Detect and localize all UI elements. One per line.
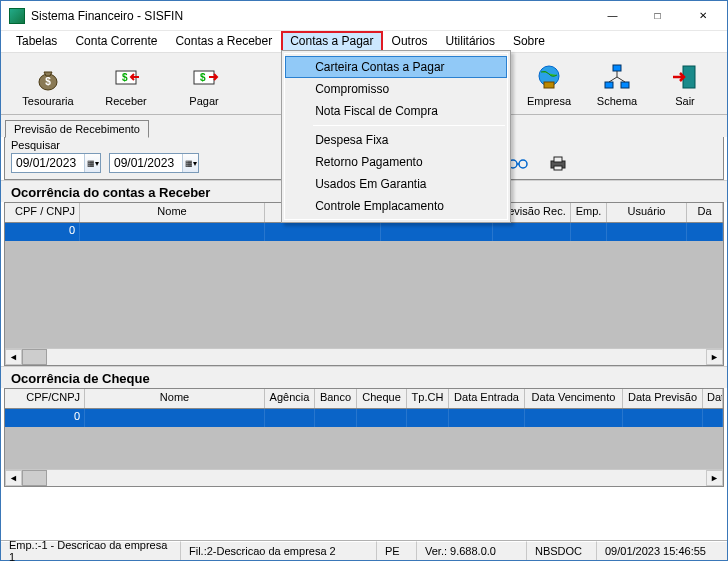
globe-icon bbox=[533, 61, 565, 93]
toolbar-schema[interactable]: Schema bbox=[583, 55, 651, 113]
menu-bar: Tabelas Conta Corrente Contas a Receber … bbox=[1, 31, 727, 53]
title-bar: Sistema Financeiro - SISFIN — □ ✕ bbox=[1, 1, 727, 31]
menu-conta-corrente[interactable]: Conta Corrente bbox=[66, 31, 166, 52]
svg-rect-17 bbox=[554, 166, 562, 170]
status-ver: Ver.: 9.688.0.0 bbox=[417, 541, 527, 560]
scroll-right-icon[interactable]: ► bbox=[706, 470, 723, 486]
printer-icon bbox=[549, 155, 567, 171]
date-from-field[interactable]: ▦▾ bbox=[11, 153, 101, 173]
dd-compromisso[interactable]: Compromisso bbox=[285, 78, 507, 100]
grid2-hscrollbar[interactable]: ◄ ► bbox=[5, 469, 723, 486]
pay-icon: $ bbox=[188, 61, 220, 93]
toolbar-pagar[interactable]: $ Pagar bbox=[165, 55, 243, 113]
toolbar-empresa-label: Empresa bbox=[527, 95, 571, 107]
calendar-icon: ▦▾ bbox=[185, 159, 197, 168]
svg-text:$: $ bbox=[45, 76, 51, 87]
svg-rect-16 bbox=[554, 157, 562, 162]
svg-rect-10 bbox=[621, 82, 629, 88]
toolbar-sair-label: Sair bbox=[675, 95, 695, 107]
grid-receber[interactable]: CPF / CNPJ Nome Fatura Vencimento Previs… bbox=[4, 202, 724, 366]
grid1-body[interactable]: 0 bbox=[5, 223, 723, 348]
calendar-icon: ▦▾ bbox=[87, 159, 99, 168]
grid1-col-nome[interactable]: Nome bbox=[80, 203, 265, 222]
toolbar-sair[interactable]: Sair bbox=[651, 55, 719, 113]
scroll-left-icon[interactable]: ◄ bbox=[5, 349, 22, 365]
grid2-col-data-ocorre[interactable]: Data Ocorrê bbox=[703, 389, 723, 408]
grid2-header: CPF/CNPJ Nome Agência Banco Cheque Tp.CH… bbox=[5, 389, 723, 409]
grid2-body[interactable]: 0 bbox=[5, 409, 723, 469]
date-from-picker-button[interactable]: ▦▾ bbox=[84, 154, 100, 172]
toolbar-pagar-label: Pagar bbox=[189, 95, 218, 107]
grid2-col-nome[interactable]: Nome bbox=[85, 389, 265, 408]
svg-text:$: $ bbox=[200, 72, 206, 83]
grid2-selected-row[interactable]: 0 bbox=[5, 409, 723, 427]
status-emp: Emp.:-1 - Descricao da empresa 1 bbox=[1, 541, 181, 560]
menu-outros[interactable]: Outros bbox=[383, 31, 437, 52]
toolbar-tesouraria[interactable]: $ Tesouraria bbox=[9, 55, 87, 113]
scroll-track[interactable] bbox=[47, 470, 706, 486]
date-to-input[interactable] bbox=[110, 156, 182, 170]
menu-contas-a-receber[interactable]: Contas a Receber bbox=[166, 31, 281, 52]
menu-utilitarios[interactable]: Utilitários bbox=[437, 31, 504, 52]
dd-despesa-fixa[interactable]: Despesa Fixa bbox=[285, 129, 507, 151]
dd-retorno-pagamento[interactable]: Retorno Pagamento bbox=[285, 151, 507, 173]
toolbar-receber-label: Receber bbox=[105, 95, 147, 107]
grid2-col-cheque[interactable]: Cheque bbox=[357, 389, 407, 408]
date-to-field[interactable]: ▦▾ bbox=[109, 153, 199, 173]
grid1-selected-row[interactable]: 0 bbox=[5, 223, 723, 241]
date-to-picker-button[interactable]: ▦▾ bbox=[182, 154, 198, 172]
exit-icon bbox=[669, 61, 701, 93]
grid1-col-emp[interactable]: Emp. bbox=[571, 203, 607, 222]
menu-tabelas[interactable]: Tabelas bbox=[7, 31, 66, 52]
dd-carteira-contas-a-pagar[interactable]: Carteira Contas a Pagar bbox=[285, 56, 507, 78]
grid1-hscrollbar[interactable]: ◄ ► bbox=[5, 348, 723, 365]
toolbar-empresa[interactable]: Empresa bbox=[515, 55, 583, 113]
grid2-col-agencia[interactable]: Agência bbox=[265, 389, 315, 408]
grid2-title: Ocorrência de Cheque bbox=[1, 366, 727, 388]
dropdown-contas-a-pagar: Carteira Contas a Pagar Compromisso Nota… bbox=[281, 50, 511, 223]
receive-icon: $ bbox=[110, 61, 142, 93]
scroll-thumb[interactable] bbox=[22, 470, 47, 486]
grid2-col-data-previsao[interactable]: Data Previsão bbox=[623, 389, 703, 408]
app-icon bbox=[9, 8, 25, 24]
grid2-col-tpch[interactable]: Tp.CH bbox=[407, 389, 449, 408]
minimize-button[interactable]: — bbox=[590, 1, 635, 30]
grid2-col-banco[interactable]: Banco bbox=[315, 389, 357, 408]
grid-cheque[interactable]: CPF/CNPJ Nome Agência Banco Cheque Tp.CH… bbox=[4, 388, 724, 487]
scroll-left-icon[interactable]: ◄ bbox=[5, 470, 22, 486]
schema-icon bbox=[601, 61, 633, 93]
status-datetime: 09/01/2023 15:46:55 bbox=[597, 541, 727, 560]
toolbar-schema-label: Schema bbox=[597, 95, 637, 107]
grid1-col-da[interactable]: Da bbox=[687, 203, 723, 222]
toolbar-tesouraria-label: Tesouraria bbox=[22, 95, 73, 107]
window-title: Sistema Financeiro - SISFIN bbox=[31, 9, 590, 23]
svg-rect-8 bbox=[613, 65, 621, 71]
grid2-col-cpf[interactable]: CPF/CNPJ bbox=[5, 389, 85, 408]
scroll-thumb[interactable] bbox=[22, 349, 47, 365]
svg-rect-7 bbox=[544, 82, 554, 88]
grid1-cell-cpf: 0 bbox=[5, 223, 80, 241]
maximize-button[interactable]: □ bbox=[635, 1, 680, 30]
moneybag-icon: $ bbox=[32, 61, 64, 93]
print-button[interactable] bbox=[547, 153, 569, 173]
grid2-col-data-entrada[interactable]: Data Entrada bbox=[449, 389, 525, 408]
svg-point-14 bbox=[519, 160, 527, 168]
tab-previsao-recebimento[interactable]: Previsão de Recebimento bbox=[5, 120, 149, 138]
grid2-cell-cpf: 0 bbox=[5, 409, 85, 427]
dd-usados-em-garantia[interactable]: Usados Em Garantia bbox=[285, 173, 507, 195]
scroll-right-icon[interactable]: ► bbox=[706, 349, 723, 365]
grid1-col-usuario[interactable]: Usuário bbox=[607, 203, 687, 222]
toolbar-receber[interactable]: $ Receber bbox=[87, 55, 165, 113]
menu-sobre[interactable]: Sobre bbox=[504, 31, 554, 52]
dd-controle-emplacamento[interactable]: Controle Emplacamento bbox=[285, 195, 507, 217]
status-user: NBSDOC bbox=[527, 541, 597, 560]
menu-contas-a-pagar-label: Contas a Pagar bbox=[290, 34, 373, 48]
dd-separator bbox=[313, 125, 505, 126]
dd-nota-fiscal-de-compra[interactable]: Nota Fiscal de Compra bbox=[285, 100, 507, 122]
date-from-input[interactable] bbox=[12, 156, 84, 170]
scroll-track[interactable] bbox=[47, 349, 706, 365]
menu-contas-a-pagar[interactable]: Contas a Pagar Carteira Contas a Pagar C… bbox=[281, 31, 382, 52]
grid2-col-data-vencimento[interactable]: Data Vencimento bbox=[525, 389, 623, 408]
close-button[interactable]: ✕ bbox=[680, 1, 725, 30]
grid1-col-cpf[interactable]: CPF / CNPJ bbox=[5, 203, 80, 222]
